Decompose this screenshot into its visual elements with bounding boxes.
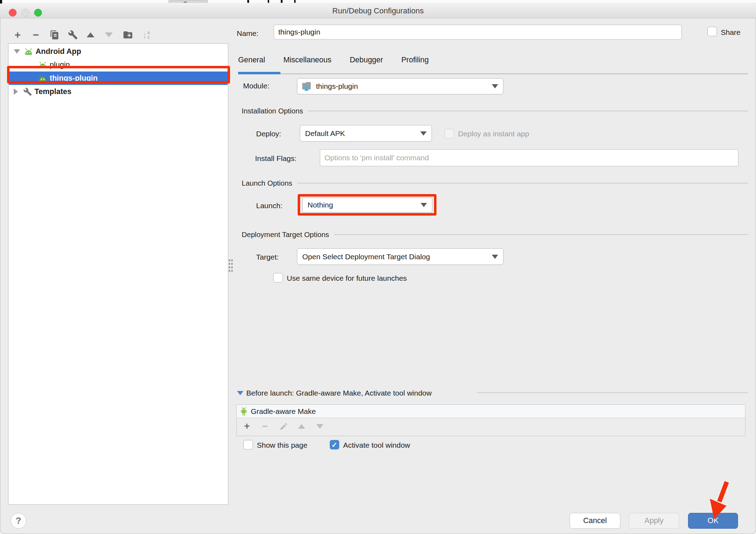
module-label: Module: [243,82,269,90]
android-robot-icon [240,407,247,416]
show-this-page-checkbox[interactable] [243,440,253,449]
minus-icon: − [33,30,39,40]
launch-combobox[interactable]: Nothing [302,198,432,212]
titlebar: Run/Debug Configurations [0,3,756,18]
install-flags-label: Install Flags: [255,154,297,163]
task-label: Gradle-aware Make [251,407,316,416]
name-label: Name: [237,29,259,38]
android-head-icon [38,60,48,69]
section-line [334,234,748,235]
active-tab-indicator [238,72,280,74]
wrench-icon [23,87,32,96]
remove-configuration-button[interactable]: − [30,29,42,41]
tab-divider-line [280,73,748,74]
android-head-icon [24,47,33,56]
move-task-up-button[interactable] [296,421,307,432]
pencil-icon [279,422,288,431]
annotation-arrow-ok [704,480,736,522]
tree-item-label: Android App [36,47,81,56]
plus-icon: + [14,30,21,40]
tree-item-label: things-plugin [50,74,98,83]
question-mark-icon: ? [16,515,21,526]
minus-icon: − [262,422,268,431]
tab-miscellaneous[interactable]: Miscellaneous [284,56,331,64]
share-checkbox[interactable] [707,27,717,36]
checkmark-icon: ✓ [331,441,337,449]
tab-general[interactable]: General [238,56,265,64]
move-up-button[interactable] [85,29,97,41]
target-combobox[interactable]: Open Select Deployment Target Dialog [297,248,503,265]
tree-item-label: plugin [50,61,70,69]
create-folder-button[interactable] [122,29,134,41]
edit-task-button[interactable] [278,421,289,432]
edit-defaults-button[interactable] [67,29,79,41]
section-line [297,183,748,184]
arrow-down-icon [105,32,113,37]
show-this-page-label: Show this page [257,441,308,449]
install-flags-input[interactable] [320,149,738,166]
tree-item-templates[interactable]: Templates [9,85,228,98]
deploy-combobox[interactable]: Default APK [300,125,432,142]
help-button[interactable]: ? [11,513,26,529]
apply-button[interactable]: Apply [629,513,679,529]
move-task-down-button[interactable] [314,421,326,432]
activate-tool-window-checkbox[interactable]: ✓ [330,440,339,449]
launch-value: Nothing [308,201,333,209]
section-title: Deployment Target Options [242,230,329,239]
run-debug-configurations-dialog: Run/Debug Configurations + − ↓ az Androi… [0,3,756,534]
tab-bar: General Miscellaneous Debugger Profiling [238,56,429,64]
target-label: Target: [256,253,279,261]
task-row-gradle-aware-make[interactable]: Gradle-aware Make [237,405,745,418]
move-down-button[interactable] [103,29,115,41]
module-icon [302,82,312,91]
window-title: Run/Debug Configurations [0,6,756,15]
arrow-up-icon [298,424,305,429]
section-title: Installation Options [242,107,303,115]
section-line [308,111,748,111]
chevron-down-icon [420,131,427,136]
activate-tool-window-label: Activate tool window [343,441,410,449]
use-same-device-checkbox[interactable] [273,273,283,282]
android-head-icon [38,74,48,83]
launch-options-section-header: Launch Options [242,179,748,187]
add-configuration-button[interactable]: + [12,29,24,41]
before-launch-task-panel: Gradle-aware Make [236,404,745,436]
name-input[interactable] [274,25,682,39]
deployment-target-options-section-header: Deployment Target Options [242,230,748,239]
use-same-device-label: Use same device for future launches [287,274,407,282]
arrow-up-icon [87,32,94,37]
new-folder-icon [123,30,133,40]
copy-configuration-button[interactable] [49,29,61,41]
section-title: Launch Options [242,179,292,187]
splitter-handle[interactable] [228,259,233,273]
cancel-button[interactable]: Cancel [570,513,620,529]
deploy-label: Deploy: [256,130,281,138]
section-line [477,392,748,393]
background-artifact [0,0,2,4]
target-value: Open Select Deployment Target Dialog [302,253,430,261]
tab-profiling[interactable]: Profiling [401,56,429,64]
module-combobox[interactable]: things-plugin [297,78,503,94]
collapsed-twisty-icon[interactable] [14,88,18,95]
plus-icon: + [244,422,250,431]
module-value: things-plugin [316,82,358,91]
sort-az-icon: ↓ az [142,30,150,41]
tab-debugger[interactable]: Debugger [350,56,383,64]
before-launch-title[interactable]: Before launch: Gradle-aware Make, Activa… [246,389,432,397]
remove-task-button[interactable]: − [259,421,271,432]
share-label: Share [721,28,740,37]
chevron-down-icon [492,255,498,259]
tree-item-plugin[interactable]: plugin [9,58,228,72]
before-launch-collapse-icon[interactable] [237,391,243,395]
installation-options-section-header: Installation Options [242,107,748,115]
expanded-twisty-icon[interactable] [14,49,20,54]
launch-label: Launch: [256,201,283,210]
deploy-instant-app-checkbox[interactable] [445,129,454,138]
tree-item-android-app[interactable]: Android App [9,45,228,58]
tree-item-label: Templates [35,87,72,96]
chevron-down-icon [421,203,427,207]
add-task-button[interactable]: + [241,421,253,432]
sort-configurations-button[interactable]: ↓ az [140,29,152,41]
copy-icon [50,30,60,40]
tree-item-things-plugin[interactable]: things-plugin [9,72,228,85]
